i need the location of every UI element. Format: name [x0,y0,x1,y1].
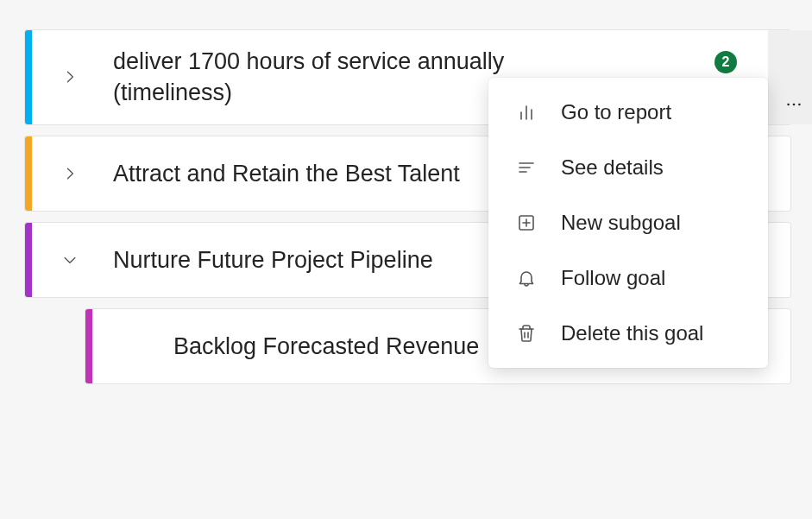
expand-toggle[interactable] [58,161,82,186]
more-icon [784,95,803,114]
menu-label: See details [561,155,664,180]
more-options-button[interactable] [768,30,812,124]
plus-square-icon [514,211,538,235]
status-color-bar [85,309,92,383]
menu-new-subgoal[interactable]: New subgoal [488,195,768,250]
chevron-right-icon [61,165,79,182]
bar-chart-icon [514,100,538,124]
menu-label: Follow goal [561,266,665,290]
chevron-right-icon [61,68,79,85]
menu-follow-goal[interactable]: Follow goal [488,250,768,306]
svg-point-2 [798,104,801,106]
menu-label: Go to report [561,100,671,124]
svg-point-0 [787,104,790,106]
menu-see-details[interactable]: See details [488,140,768,195]
status-color-bar [25,136,32,211]
expand-toggle[interactable] [58,248,82,272]
count-badge: 2 [714,51,737,73]
menu-label: New subgoal [561,211,681,235]
expand-toggle[interactable] [58,65,82,89]
chevron-down-icon [61,251,79,269]
trash-icon [514,321,538,345]
status-color-bar [25,223,32,297]
menu-label: Delete this goal [561,321,703,345]
svg-point-1 [793,104,796,106]
list-icon [514,155,538,180]
menu-go-to-report[interactable]: Go to report [488,85,768,140]
menu-delete-goal[interactable]: Delete this goal [488,306,768,361]
status-color-bar [25,30,32,124]
bell-icon [514,266,538,290]
goal-context-menu: Go to report See details New subgoal [488,78,768,368]
